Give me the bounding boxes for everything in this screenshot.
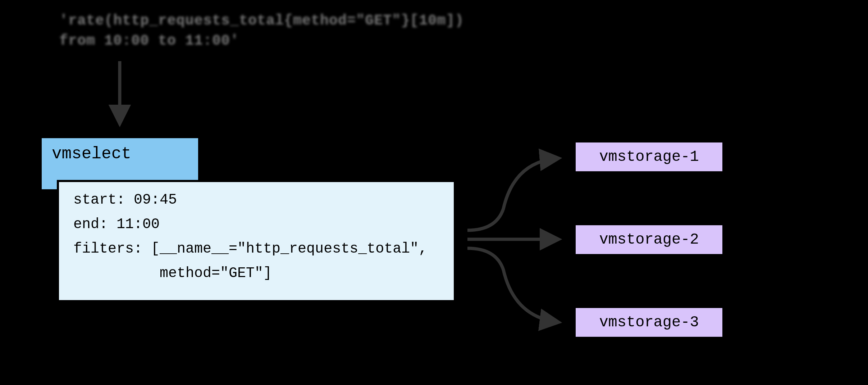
arrow-to-vmstorage-3 (467, 248, 557, 322)
filters-line2: method="GET"] (73, 265, 272, 281)
vmstorage-node-2: vmstorage-2 (574, 223, 725, 256)
detail-end-row: end: 11:00 (73, 217, 439, 232)
arrow-to-vmstorage-1 (467, 158, 557, 230)
detail-start-row: start: 09:45 (73, 193, 439, 207)
input-query-text: 'rate(http_requests_total{method="GET"}[… (59, 11, 464, 51)
end-label: end: (73, 216, 117, 232)
detail-filters-row-1: filters: [__name__="http_requests_total"… (73, 242, 439, 256)
vmstorage-1-label: vmstorage-1 (599, 148, 699, 166)
query-line-1: 'rate(http_requests_total{method="GET"}[… (59, 13, 464, 29)
query-details-box: start: 09:45 end: 11:00 filters: [__name… (57, 180, 456, 302)
vmstorage-2-label: vmstorage-2 (599, 231, 699, 248)
query-line-2: from 10:00 to 11:00' (59, 33, 239, 49)
start-label: start: (73, 192, 134, 208)
filters-label: filters: (73, 241, 151, 257)
vmselect-label: vmselect (52, 145, 131, 163)
filters-line1: [__name__="http_requests_total", (151, 241, 427, 257)
vmstorage-node-1: vmstorage-1 (574, 140, 725, 173)
end-value: 11:00 (117, 216, 160, 232)
vmstorage-3-label: vmstorage-3 (599, 314, 699, 331)
detail-filters-row-2: method="GET"] (73, 266, 439, 281)
start-value: 09:45 (134, 192, 177, 208)
diagram-canvas: 'rate(http_requests_total{method="GET"}[… (0, 0, 868, 385)
vmstorage-node-3: vmstorage-3 (574, 306, 725, 339)
